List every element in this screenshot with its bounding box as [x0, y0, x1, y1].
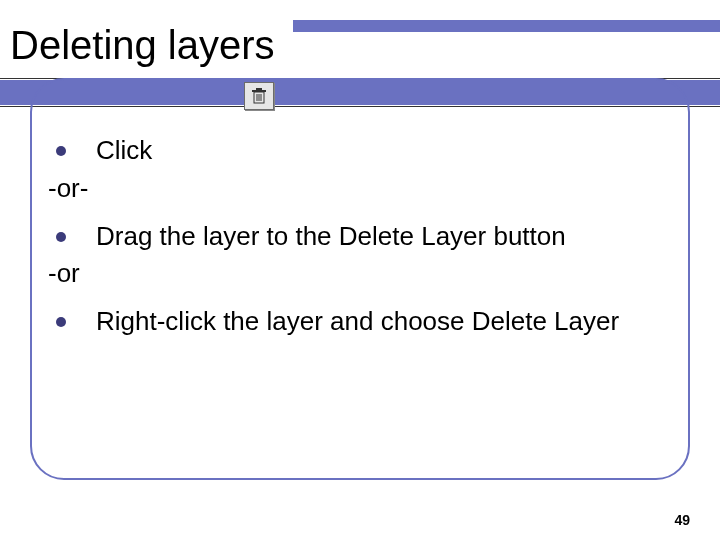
- content-list: Click -or- Drag the layer to the Delete …: [48, 130, 672, 343]
- list-item: Click: [48, 134, 672, 168]
- slide-title: Deleting layers: [0, 20, 293, 72]
- page-number: 49: [674, 512, 690, 528]
- list-item: Right-click the layer and choose Delete …: [48, 305, 672, 339]
- list-item: Drag the layer to the Delete Layer butto…: [48, 220, 672, 254]
- list-item-text: Right-click the layer and choose Delete …: [96, 305, 672, 339]
- slide-title-text: Deleting layers: [10, 23, 275, 67]
- or-separator: -or: [48, 257, 672, 291]
- bullet-icon: [56, 317, 66, 327]
- slide: Deleting layers Click -or- Drag the laye…: [0, 0, 720, 540]
- bullet-icon: [56, 146, 66, 156]
- or-separator: -or-: [48, 172, 672, 206]
- svg-rect-1: [252, 90, 266, 92]
- svg-rect-2: [256, 88, 262, 90]
- delete-layer-button[interactable]: [244, 82, 274, 110]
- list-item-text: Click: [96, 134, 672, 168]
- trash-icon: [252, 88, 266, 104]
- bullet-icon: [56, 232, 66, 242]
- list-item-text: Drag the layer to the Delete Layer butto…: [96, 220, 672, 254]
